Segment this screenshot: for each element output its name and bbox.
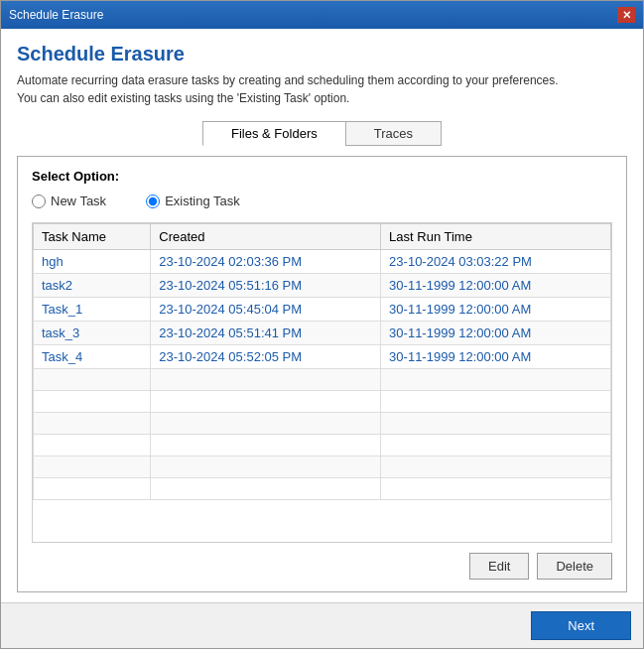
col-last-run: Last Run Time [381, 224, 611, 250]
next-button[interactable]: Next [531, 611, 631, 640]
edit-button[interactable]: Edit [469, 553, 529, 580]
cell-created-4: 23-10-2024 05:52:05 PM [151, 345, 381, 369]
cell-created-1: 23-10-2024 05:51:16 PM [151, 274, 381, 298]
empty-row [34, 413, 611, 435]
col-task-name: Task Name [34, 224, 151, 250]
task-table-wrapper: Task Name Created Last Run Time hgh23-10… [32, 222, 612, 543]
main-window: Schedule Erasure ✕ Schedule Erasure Auto… [0, 0, 644, 649]
table-header-row: Task Name Created Last Run Time [34, 224, 611, 250]
col-created: Created [151, 224, 381, 250]
cell-name-2: Task_1 [34, 298, 151, 322]
table-row[interactable]: hgh23-10-2024 02:03:36 PM23-10-2024 03:0… [34, 250, 611, 274]
main-panel: Select Option: New Task Existing Task [17, 156, 627, 592]
footer-bar: Next [1, 602, 643, 648]
cell-last_run-2: 30-11-1999 12:00:00 AM [381, 298, 611, 322]
title-bar: Schedule Erasure ✕ [1, 1, 643, 29]
empty-row [34, 456, 611, 478]
content-area: Schedule Erasure Automate recurring data… [1, 29, 643, 602]
cell-name-4: Task_4 [34, 345, 151, 369]
radio-new-task-label: New Task [51, 194, 106, 208]
description-line1: Automate recurring data erasure tasks by… [17, 73, 559, 87]
tab-traces[interactable]: Traces [345, 121, 442, 146]
radio-existing-task[interactable]: Existing Task [146, 194, 240, 208]
page-description: Automate recurring data erasure tasks by… [17, 71, 627, 107]
radio-new-task-input[interactable] [32, 195, 46, 208]
page-title: Schedule Erasure [17, 43, 627, 65]
table-row[interactable]: Task_423-10-2024 05:52:05 PM30-11-1999 1… [34, 345, 611, 369]
delete-button[interactable]: Delete [537, 553, 612, 580]
table-row[interactable]: task223-10-2024 05:51:16 PM30-11-1999 12… [34, 274, 611, 298]
cell-created-3: 23-10-2024 05:51:41 PM [151, 322, 381, 345]
radio-existing-task-label: Existing Task [165, 194, 240, 208]
radio-new-task[interactable]: New Task [32, 194, 106, 208]
task-table: Task Name Created Last Run Time hgh23-10… [33, 223, 611, 500]
empty-row [34, 369, 611, 391]
description-line2: You can also edit existing tasks using t… [17, 91, 349, 105]
cell-last_run-0: 23-10-2024 03:03:22 PM [381, 250, 611, 274]
cell-name-3: task_3 [34, 322, 151, 345]
action-buttons: Edit Delete [32, 553, 612, 580]
empty-row [34, 435, 611, 456]
cell-name-1: task2 [34, 274, 151, 298]
select-option-label: Select Option: [32, 169, 612, 184]
cell-name-0: hgh [34, 250, 151, 274]
cell-created-0: 23-10-2024 02:03:36 PM [151, 250, 381, 274]
tab-files-folders[interactable]: Files & Folders [202, 121, 345, 146]
cell-created-2: 23-10-2024 05:45:04 PM [151, 298, 381, 322]
empty-row [34, 478, 611, 500]
table-row[interactable]: Task_123-10-2024 05:45:04 PM30-11-1999 1… [34, 298, 611, 322]
title-bar-text: Schedule Erasure [9, 8, 103, 22]
empty-row [34, 391, 611, 413]
cell-last_run-4: 30-11-1999 12:00:00 AM [381, 345, 611, 369]
radio-group: New Task Existing Task [32, 194, 612, 208]
cell-last_run-1: 30-11-1999 12:00:00 AM [381, 274, 611, 298]
close-button[interactable]: ✕ [617, 7, 635, 23]
tabs-container: Files & Folders Traces [17, 121, 627, 146]
table-row[interactable]: task_323-10-2024 05:51:41 PM30-11-1999 1… [34, 322, 611, 345]
radio-existing-task-input[interactable] [146, 195, 160, 208]
cell-last_run-3: 30-11-1999 12:00:00 AM [381, 322, 611, 345]
